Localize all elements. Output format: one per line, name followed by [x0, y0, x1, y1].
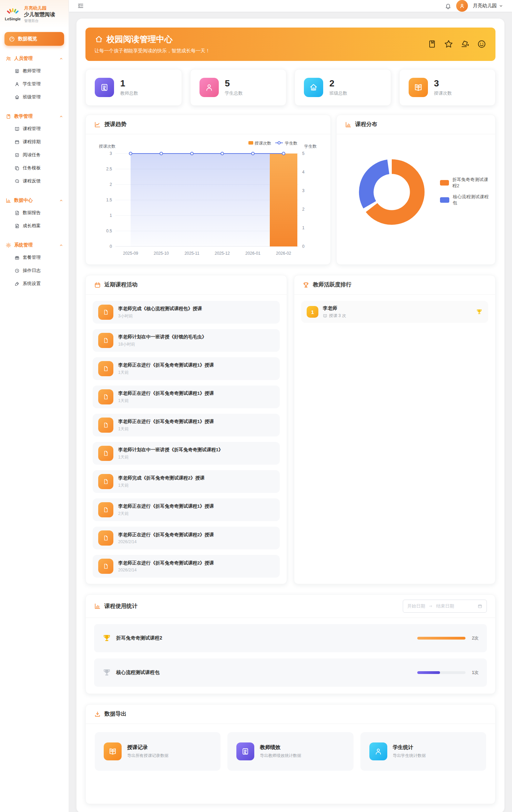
user-menu[interactable]: 月亮幼儿园 — [473, 3, 503, 9]
calendar-icon — [14, 139, 20, 145]
id-card-icon — [236, 742, 254, 760]
distribution-chart-card: 课程分布 折耳兔奇奇测试课程2 — [336, 115, 495, 265]
card-title: 课程分布 — [355, 121, 377, 128]
sidebar-item-dashboard[interactable]: 数据概览 — [4, 32, 64, 46]
export-title: 学生统计 — [393, 744, 426, 751]
trophy-icon — [476, 308, 483, 315]
teacher-meta: 授课 3 次 — [329, 313, 346, 319]
svg-text:1: 1 — [302, 225, 305, 230]
svg-text:1: 1 — [110, 213, 112, 218]
open-book-icon — [323, 314, 327, 318]
recent-activity-card: 近期课程活动 李老师完成《核心流程测试课程包》授课 3小时前 — [85, 275, 287, 584]
svg-text:2: 2 — [302, 207, 305, 212]
sidebar-item-data-report[interactable]: 数据报告 — [4, 206, 64, 219]
card-title: 授课趋势 — [104, 121, 126, 128]
activity-title: 李老师完成《折耳兔奇奇测试课程2》授课 — [118, 475, 205, 481]
open-book-icon — [14, 126, 20, 131]
sidebar-item-task-templates[interactable]: 任务模板 — [4, 161, 64, 175]
activity-item: 李老师完成《核心流程测试课程包》授课 3小时前 — [93, 301, 280, 324]
svg-text:2025-10: 2025-10 — [154, 251, 169, 256]
svg-text:2026-02: 2026-02 — [276, 251, 291, 256]
sidebar-item-class-management[interactable]: 班级管理 — [4, 91, 64, 104]
sidebar-menu: 数据概览 人员管理 教师管理 — [0, 28, 69, 294]
document-icon — [98, 389, 113, 404]
activity-time: 2026/2/14 — [118, 539, 214, 544]
bell-icon[interactable] — [445, 3, 451, 9]
sidebar-item-label: 阅读任务 — [23, 152, 41, 158]
silver-trophy-icon — [102, 668, 111, 677]
user-avatar[interactable] — [456, 0, 468, 12]
svg-text:0.5: 0.5 — [106, 229, 112, 233]
topbar: 月亮幼儿园 — [69, 0, 512, 12]
legend-label: 核心流程测试课程包 — [453, 194, 492, 206]
home-icon — [14, 95, 20, 100]
svg-text:1.5: 1.5 — [106, 198, 112, 202]
document-icon — [98, 530, 113, 546]
sidebar-section-label: 人员管理 — [14, 55, 33, 62]
y-right-axis-label: 学生数 — [304, 144, 317, 149]
usage-row: 核心流程测试课程包 1次 — [94, 658, 487, 687]
smiley-icon — [477, 39, 487, 49]
export-teacher-performance[interactable]: 教师绩效 导出教师绩效统计数据 — [227, 732, 353, 771]
donut-chart: 折耳兔奇奇测试课程2 核心流程测试课程包 — [337, 134, 495, 251]
stat-label: 班级总数 — [329, 90, 347, 96]
sidebar-item-growth-archive[interactable]: 成长档案 — [4, 219, 64, 232]
svg-text:4: 4 — [302, 170, 305, 175]
logo-arc-icon — [6, 8, 20, 17]
sidebar-item-course-management[interactable]: 课程管理 — [4, 122, 64, 135]
history-icon — [14, 268, 20, 273]
sidebar-item-teacher-management[interactable]: 教师管理 — [4, 64, 64, 77]
svg-text:0: 0 — [302, 244, 305, 249]
lesingle-logo: LeSingle — [5, 8, 21, 21]
users-icon — [6, 56, 11, 62]
svg-text:2025-11: 2025-11 — [184, 251, 199, 256]
activity-time: 1天前 — [118, 454, 223, 460]
sidebar-item-label: 数据报告 — [23, 210, 41, 216]
activity-time: 1天前 — [118, 398, 214, 404]
course-usage-card: 课程使用统计 开始日期 结束日期 — [85, 594, 495, 694]
activity-title: 李老师正在进行《折耳兔奇奇测试课程1》授课 — [118, 503, 214, 509]
sidebar-item-label: 操作日志 — [23, 267, 41, 274]
sidebar-section-teaching[interactable]: 教学管理 — [4, 110, 64, 122]
dashboard-container: 校园阅读管理中心 让每一个孩子都能享受阅读的快乐，智慧成长每一天！ — [76, 19, 504, 812]
sidebar-item-course-schedule[interactable]: 课程排期 — [4, 135, 64, 148]
menu-fold-icon[interactable] — [77, 2, 84, 9]
activity-item: 李老师正在进行《折耳兔奇奇测试课程1》授课 1天前 — [93, 357, 280, 380]
activity-time: 2天前 — [118, 511, 214, 517]
document-icon — [98, 305, 113, 320]
sidebar-section-data-center[interactable]: 数据中心 — [4, 194, 64, 206]
sidebar-item-course-feedback[interactable]: 课程反馈 — [4, 175, 64, 188]
usage-row: 折耳兔奇奇测试课程2 2次 — [94, 624, 487, 652]
legend-swatch-orange — [440, 180, 449, 186]
sidebar-item-reading-tasks[interactable]: 阅读任务 — [4, 148, 64, 161]
sidebar-item-package-management[interactable]: 套餐管理 — [4, 251, 64, 264]
sidebar-item-label: 套餐管理 — [23, 254, 41, 261]
sidebar-section-system[interactable]: 系统管理 — [4, 239, 64, 251]
progress-bar — [417, 671, 465, 674]
document-icon — [98, 559, 113, 574]
id-card-icon — [95, 78, 114, 97]
activity-title: 李老师正在进行《折耳兔奇奇测试课程1》授课 — [118, 419, 214, 425]
stat-value: 1 — [120, 78, 138, 88]
sidebar-item-operation-log[interactable]: 操作日志 — [4, 264, 64, 277]
teacher-name: 李老师 — [323, 305, 346, 312]
paint-icon — [460, 39, 470, 49]
sidebar-item-label: 课程管理 — [23, 126, 41, 132]
report-icon — [14, 210, 20, 215]
svg-text:5: 5 — [302, 151, 305, 156]
sidebar-item-label: 课程反馈 — [23, 178, 41, 184]
sidebar-section-personnel[interactable]: 人员管理 — [4, 53, 64, 64]
usage-count: 2次 — [470, 635, 479, 641]
copy-icon — [14, 166, 20, 171]
export-lesson-records[interactable]: 授课记录 导出所有授课记录数据 — [95, 732, 221, 771]
document-icon — [98, 418, 113, 433]
svg-text:2: 2 — [110, 182, 112, 187]
usage-count: 1次 — [470, 670, 479, 676]
rank-badge: 1 — [307, 306, 318, 318]
activity-list: 李老师完成《核心流程测试课程包》授课 3小时前 李老师计划在中一班讲授《好饿的毛… — [86, 295, 287, 584]
sidebar-item-student-management[interactable]: 学生管理 — [4, 77, 64, 91]
date-range-picker[interactable]: 开始日期 结束日期 — [403, 600, 487, 613]
export-student-stats[interactable]: 学生统计 导出学生统计数据 — [360, 732, 486, 771]
sidebar-item-system-settings[interactable]: 系统设置 — [4, 277, 64, 290]
legend-item: 核心流程测试课程包 — [440, 194, 492, 206]
